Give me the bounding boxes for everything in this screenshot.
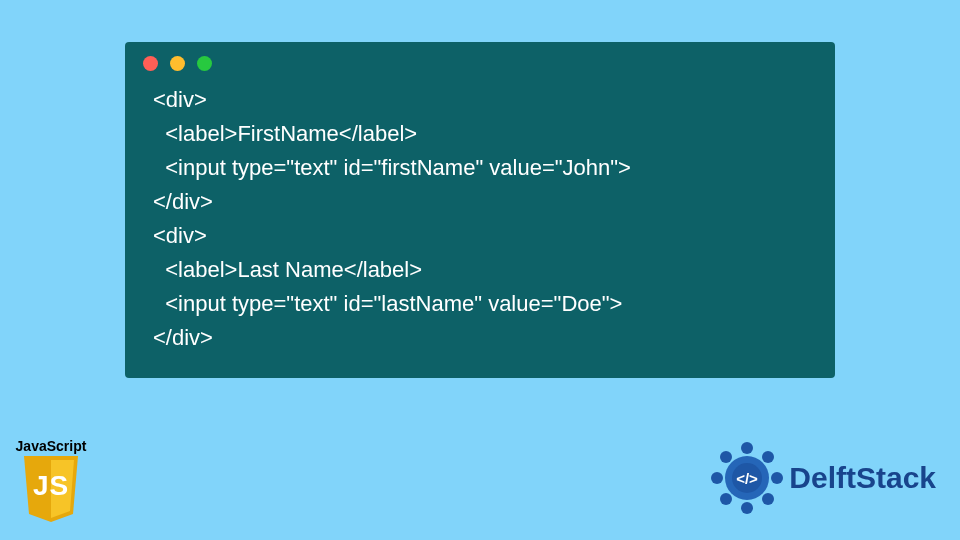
svg-text:</>: </> (736, 470, 758, 487)
close-icon (143, 56, 158, 71)
code-window: <div> <label>FirstName</label> <input ty… (125, 42, 835, 378)
svg-point-3 (762, 451, 774, 463)
svg-point-7 (720, 493, 732, 505)
delftstack-brand-text: DelftStack (789, 461, 936, 495)
delftstack-brand: </> DelftStack (711, 442, 936, 514)
javascript-shield-icon: JS (21, 456, 81, 522)
minimize-icon (170, 56, 185, 71)
code-block: <div> <label>FirstName</label> <input ty… (125, 83, 835, 355)
svg-point-2 (741, 442, 753, 454)
svg-point-8 (711, 472, 723, 484)
javascript-badge: JavaScript JS (10, 438, 92, 522)
javascript-label: JavaScript (10, 438, 92, 454)
svg-point-4 (771, 472, 783, 484)
window-traffic-lights (125, 56, 835, 71)
javascript-shield-letters: JS (21, 470, 81, 502)
svg-point-9 (720, 451, 732, 463)
svg-point-6 (741, 502, 753, 514)
delftstack-logo-icon: </> (711, 442, 783, 514)
maximize-icon (197, 56, 212, 71)
svg-point-5 (762, 493, 774, 505)
